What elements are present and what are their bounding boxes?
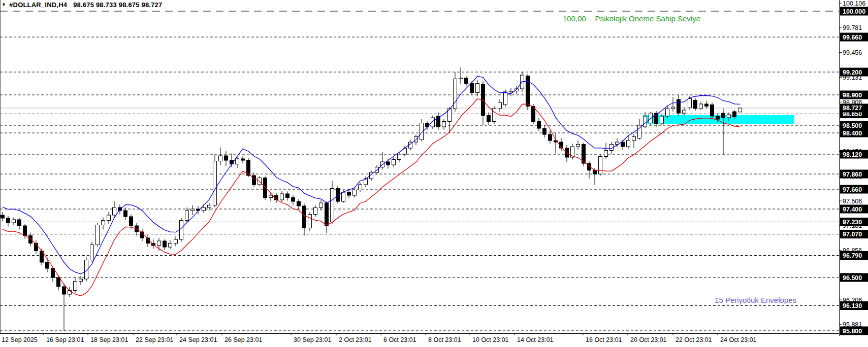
candle-body (621, 142, 625, 147)
candle-body (727, 115, 731, 118)
candle-body (163, 241, 167, 247)
date-label: 12 Sep 2025 (2, 336, 38, 343)
date-label: 22 Oct 23:01 (676, 336, 712, 343)
price-level-badge: 98.900 (843, 92, 862, 99)
candle-body (252, 176, 256, 185)
ohlc-values: 98.675 98.733 98.675 98.727 (73, 1, 162, 9)
candle-body (738, 108, 742, 112)
candle-body (549, 134, 552, 141)
candle-body (331, 189, 334, 222)
candle-body (18, 220, 21, 226)
chart-dropdown-icon[interactable]: ▼ (2, 2, 6, 8)
envelope-lower-line (3, 99, 740, 296)
date-label: 20 Oct 23:01 (630, 336, 667, 343)
candle-body (677, 99, 681, 113)
candle-body (62, 287, 66, 294)
price-level-badge: 95.800 (843, 328, 862, 335)
candle-body (157, 241, 161, 246)
candle-body (387, 162, 390, 165)
candle-body (705, 104, 709, 107)
candle-body (604, 151, 608, 157)
candle-body (459, 78, 463, 79)
annotation-envelopes-label: 15 Periyotluk Envelopes (715, 296, 796, 304)
candle-body (733, 112, 736, 117)
date-label: 14 Oct 23:01 (517, 336, 554, 343)
candle-body (498, 102, 502, 109)
candle-body (286, 194, 290, 198)
candle-body (342, 192, 345, 201)
price-axis-label: 97.506 (843, 198, 862, 205)
price-level-badge: 96.500 (843, 274, 862, 282)
candle-body (470, 84, 474, 93)
candle-body (683, 110, 686, 113)
date-label: 24 Sep 23:01 (179, 336, 217, 343)
candle-body (180, 221, 183, 240)
candle-body (308, 215, 312, 228)
candle-body (359, 185, 362, 190)
candle-body (23, 226, 27, 236)
candle-body (319, 203, 323, 207)
date-label: 8 Oct 23:01 (428, 336, 461, 343)
price-level-badge: 99.660 (843, 34, 862, 41)
candle-body (632, 137, 636, 141)
candle-body (398, 154, 401, 160)
current-price-badge: 98.727 (843, 105, 862, 112)
candle-body (79, 279, 83, 282)
symbol-header: ▼ #DOLLAR_IND,H4 98.675 98.733 98.675 98… (2, 1, 162, 9)
price-chart-canvas[interactable]: 100.10699.78199.45699.13198.80698.48198.… (0, 0, 868, 347)
candle-body (57, 277, 60, 287)
candle-body (202, 207, 206, 211)
price-level-badge: 98.120 (843, 151, 862, 158)
candle-body (347, 192, 351, 195)
candle-body (509, 91, 513, 92)
price-level-badge: 97.230 (843, 219, 862, 226)
candle-body (392, 160, 396, 165)
candle-body (264, 178, 267, 198)
price-level-badge: 96.790 (843, 252, 862, 259)
price-axis-label: 99.781 (843, 24, 862, 31)
price-level-badge: 97.400 (843, 206, 862, 213)
candle-body (102, 221, 105, 225)
date-label: 22 Sep 23:01 (136, 336, 173, 343)
candle-body (74, 282, 77, 291)
candle-body (644, 116, 647, 127)
price-level-badge: 96.130 (843, 302, 862, 309)
candle-body (688, 99, 692, 108)
price-axis-label: 99.456 (843, 49, 862, 56)
price-level-badge: 98.500 (843, 122, 862, 129)
candle-body (476, 84, 479, 93)
candle-body (191, 209, 195, 211)
price-level-badge: 98.400 (843, 130, 862, 137)
candle-body (694, 100, 697, 109)
candle-body (353, 190, 357, 196)
candle-body (236, 159, 239, 164)
date-label: 24 Oct 23:01 (720, 336, 757, 343)
candle-body (671, 107, 675, 109)
price-level-badge: 100.000 (843, 8, 865, 15)
candle-body (118, 207, 122, 211)
candle-body (465, 78, 468, 84)
candle-body (442, 122, 446, 127)
candle-body (208, 205, 211, 208)
candle-body (113, 207, 116, 215)
candle-body (224, 156, 228, 160)
candle-body (90, 245, 94, 260)
candle-body (504, 92, 507, 105)
date-label: 18 Sep 23:01 (90, 336, 128, 343)
candle-body (666, 109, 669, 116)
candle-body (241, 159, 245, 160)
date-label: 2 Oct 23:01 (339, 336, 372, 343)
candle-body (12, 220, 16, 223)
price-level-badge: 97.660 (843, 186, 862, 193)
candle-body (292, 198, 295, 202)
candle-body (599, 157, 602, 175)
candle-body (314, 207, 317, 215)
date-label: 16 Oct 23:01 (586, 336, 622, 343)
symbol-timeframe-label: #DOLLAR_IND,H4 (9, 1, 67, 9)
candle-body (537, 122, 541, 129)
candle-body (627, 141, 630, 147)
candle-body (660, 116, 664, 124)
candle-body (297, 201, 301, 206)
candle-body (493, 109, 496, 122)
candle-body (649, 113, 653, 123)
